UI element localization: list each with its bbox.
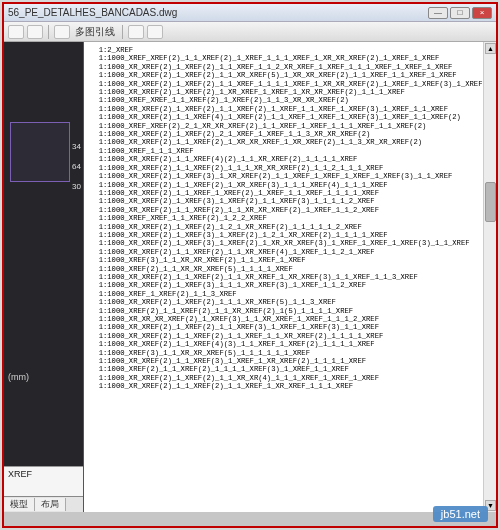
tool-button[interactable] <box>27 25 43 39</box>
tool-button[interactable] <box>128 25 144 39</box>
dimension-value: 64 <box>72 162 81 171</box>
document-title: 56_PE_DETALHES_BANCADAS.dwg <box>8 7 428 18</box>
tool-button[interactable] <box>54 25 70 39</box>
watermark: jb51.net <box>433 506 488 522</box>
mtext-leader-label[interactable]: 多图引线 <box>73 25 117 39</box>
units-label: (mm) <box>8 372 29 382</box>
dimension-value: 34 <box>72 142 81 151</box>
scroll-up-arrow[interactable]: ▲ <box>485 43 496 54</box>
ribbon-toolbar: 多图引线 <box>4 22 496 42</box>
text-listing-panel: 1:2_XREF 1:1000_XREF_XREF(2)_1_1_XREF(2)… <box>84 42 496 512</box>
model-layout-tabs: 模型 布局 <box>4 496 83 512</box>
titlebar[interactable]: 56_PE_DETALHES_BANCADAS.dwg — □ × <box>4 4 496 22</box>
tool-button[interactable] <box>8 25 24 39</box>
content-area: 34 64 30 (mm) XREF 模型 布局 1:2_XREF 1:1000… <box>4 42 496 512</box>
xref-listing[interactable]: 1:2_XREF 1:1000_XREF_XREF(2)_1_1_XREF(2)… <box>84 42 496 395</box>
vertical-scrollbar[interactable]: ▲ ▼ <box>483 42 496 512</box>
cad-viewport[interactable]: 34 64 30 (mm) XREF 模型 布局 <box>4 42 84 512</box>
dimension-value: 30 <box>72 182 81 191</box>
separator <box>122 25 123 39</box>
maximize-button[interactable]: □ <box>450 7 470 19</box>
tab-layout[interactable]: 布局 <box>35 498 66 511</box>
drawing-selection[interactable] <box>10 122 70 182</box>
window-controls: — □ × <box>428 7 492 19</box>
command-text: XREF <box>8 469 32 479</box>
app-window: 56_PE_DETALHES_BANCADAS.dwg — □ × 多图引线 3… <box>2 2 498 528</box>
minimize-button[interactable]: — <box>428 7 448 19</box>
scrollbar-thumb[interactable] <box>485 182 496 222</box>
tool-button[interactable] <box>147 25 163 39</box>
command-line[interactable]: XREF <box>4 466 83 496</box>
separator <box>48 25 49 39</box>
close-button[interactable]: × <box>472 7 492 19</box>
tab-model[interactable]: 模型 <box>4 498 35 511</box>
